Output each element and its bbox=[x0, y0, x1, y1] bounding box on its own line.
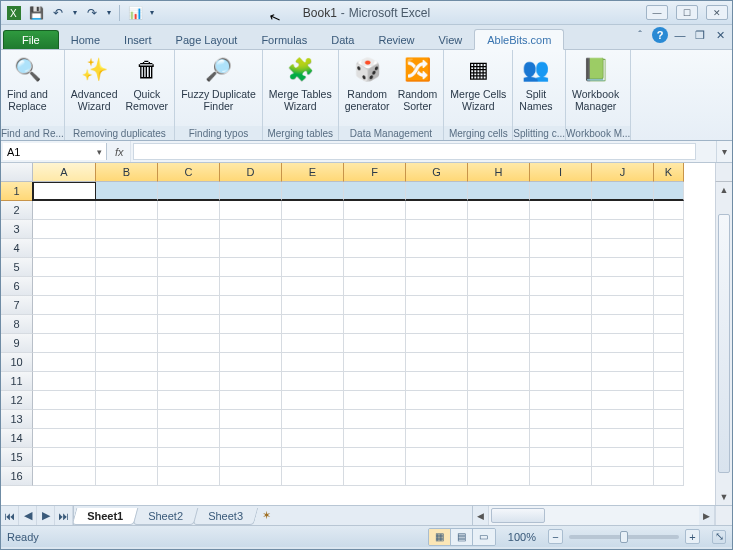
row-header[interactable]: 4 bbox=[1, 239, 33, 258]
cell[interactable] bbox=[158, 372, 220, 391]
cell[interactable] bbox=[282, 391, 344, 410]
column-header[interactable]: D bbox=[220, 163, 282, 182]
sheet-nav-prev[interactable]: ◀ bbox=[19, 506, 37, 525]
cell[interactable] bbox=[468, 182, 530, 201]
cell[interactable] bbox=[592, 315, 654, 334]
cell[interactable] bbox=[592, 296, 654, 315]
row-header[interactable]: 14 bbox=[1, 429, 33, 448]
cell[interactable] bbox=[282, 220, 344, 239]
cell[interactable] bbox=[530, 467, 592, 486]
cell[interactable] bbox=[406, 182, 468, 201]
tab-home[interactable]: Home bbox=[59, 30, 112, 49]
cell[interactable] bbox=[654, 220, 684, 239]
cell[interactable] bbox=[468, 334, 530, 353]
cell[interactable] bbox=[220, 239, 282, 258]
cell[interactable] bbox=[530, 220, 592, 239]
find-and-replace-button[interactable]: 🔍Find andReplace bbox=[3, 52, 52, 114]
cell[interactable] bbox=[468, 429, 530, 448]
cell[interactable] bbox=[592, 391, 654, 410]
column-header[interactable]: G bbox=[406, 163, 468, 182]
cell[interactable] bbox=[282, 239, 344, 258]
cell[interactable] bbox=[220, 467, 282, 486]
cell[interactable] bbox=[530, 334, 592, 353]
cell[interactable] bbox=[406, 429, 468, 448]
quick-remover-button[interactable]: 🗑QuickRemover bbox=[122, 52, 173, 114]
undo-button[interactable]: ↶ bbox=[49, 4, 67, 22]
cell[interactable] bbox=[406, 201, 468, 220]
qat-customize-dropdown[interactable]: ▾ bbox=[148, 4, 156, 22]
cell[interactable] bbox=[344, 410, 406, 429]
cell[interactable] bbox=[530, 277, 592, 296]
row-header[interactable]: 2 bbox=[1, 201, 33, 220]
cell[interactable] bbox=[220, 277, 282, 296]
row-header[interactable]: 8 bbox=[1, 315, 33, 334]
cell[interactable] bbox=[592, 448, 654, 467]
row-header[interactable]: 9 bbox=[1, 334, 33, 353]
zoom-level[interactable]: 100% bbox=[502, 531, 542, 543]
scroll-up-button[interactable]: ▲ bbox=[716, 182, 732, 198]
cell[interactable] bbox=[282, 334, 344, 353]
cell[interactable] bbox=[344, 296, 406, 315]
qat-custom-button[interactable]: 📊 bbox=[126, 4, 144, 22]
cell[interactable] bbox=[406, 467, 468, 486]
cell[interactable] bbox=[654, 353, 684, 372]
cell[interactable] bbox=[530, 239, 592, 258]
cell[interactable] bbox=[592, 201, 654, 220]
cell[interactable] bbox=[406, 258, 468, 277]
tab-ablebits-com[interactable]: AbleBits.com bbox=[474, 29, 564, 50]
row-header[interactable]: 16 bbox=[1, 467, 33, 486]
tab-page-layout[interactable]: Page Layout bbox=[164, 30, 250, 49]
column-header[interactable]: B bbox=[96, 163, 158, 182]
cell[interactable] bbox=[33, 372, 96, 391]
row-header[interactable]: 12 bbox=[1, 391, 33, 410]
cell[interactable] bbox=[530, 448, 592, 467]
cell[interactable] bbox=[33, 334, 96, 353]
cell[interactable] bbox=[344, 429, 406, 448]
cell[interactable] bbox=[158, 239, 220, 258]
normal-view-button[interactable]: ▦ bbox=[429, 529, 451, 545]
row-header[interactable]: 7 bbox=[1, 296, 33, 315]
column-header[interactable]: K bbox=[654, 163, 684, 182]
tab-data[interactable]: Data bbox=[319, 30, 366, 49]
row-header[interactable]: 10 bbox=[1, 353, 33, 372]
cell[interactable] bbox=[282, 315, 344, 334]
workbook-close-button[interactable]: ✕ bbox=[712, 27, 728, 43]
cell[interactable] bbox=[654, 372, 684, 391]
new-sheet-button[interactable]: ✶ bbox=[255, 506, 279, 525]
zoom-slider[interactable] bbox=[569, 535, 679, 539]
tab-review[interactable]: Review bbox=[366, 30, 426, 49]
cell[interactable] bbox=[468, 391, 530, 410]
cell[interactable] bbox=[96, 429, 158, 448]
cell[interactable] bbox=[344, 239, 406, 258]
cell[interactable] bbox=[158, 353, 220, 372]
cell[interactable] bbox=[282, 372, 344, 391]
cell[interactable] bbox=[344, 334, 406, 353]
cell[interactable] bbox=[96, 334, 158, 353]
cell[interactable] bbox=[468, 220, 530, 239]
cell[interactable] bbox=[33, 182, 96, 201]
cell[interactable] bbox=[654, 296, 684, 315]
cell[interactable] bbox=[158, 315, 220, 334]
row-header[interactable]: 1 bbox=[1, 182, 33, 201]
cell[interactable] bbox=[220, 182, 282, 201]
cell[interactable] bbox=[96, 448, 158, 467]
cell[interactable] bbox=[96, 201, 158, 220]
ribbon-minimize-icon[interactable]: ˆ bbox=[632, 27, 648, 43]
resize-grip[interactable]: ⤡ bbox=[712, 530, 726, 544]
cell[interactable] bbox=[468, 372, 530, 391]
cell[interactable] bbox=[406, 334, 468, 353]
cell[interactable] bbox=[220, 296, 282, 315]
cell[interactable] bbox=[158, 296, 220, 315]
random-generator-button[interactable]: 🎲Randomgenerator bbox=[341, 52, 394, 114]
cell[interactable] bbox=[592, 429, 654, 448]
cell[interactable] bbox=[530, 182, 592, 201]
sheet-tab[interactable]: Sheet2 bbox=[133, 508, 198, 525]
cell[interactable] bbox=[220, 410, 282, 429]
cell[interactable] bbox=[406, 391, 468, 410]
cell[interactable] bbox=[282, 201, 344, 220]
cell[interactable] bbox=[468, 353, 530, 372]
name-box-dropdown-icon[interactable]: ▾ bbox=[97, 147, 102, 157]
cell[interactable] bbox=[592, 258, 654, 277]
cell[interactable] bbox=[406, 353, 468, 372]
workbook-restore-button[interactable]: ❐ bbox=[692, 27, 708, 43]
